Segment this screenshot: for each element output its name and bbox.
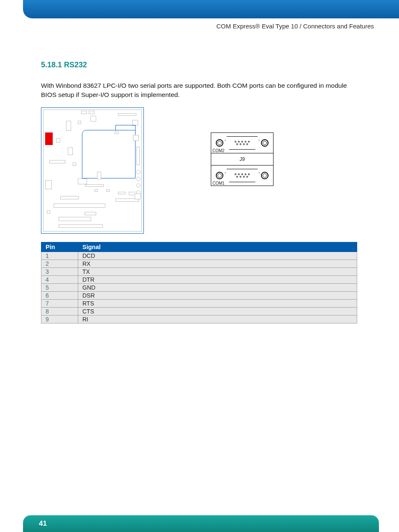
board-diagram: [41, 107, 144, 234]
connector-diagram: COM2 J9 COM1: [211, 132, 274, 186]
cell-signal: DCD: [78, 252, 357, 260]
diagram-row: COM2 J9 COM1: [41, 107, 357, 234]
cell-pin: 1: [41, 252, 78, 260]
cell-pin: 8: [41, 307, 78, 315]
header-breadcrumb: COM Express® Eval Type 10 / Connectors a…: [216, 23, 374, 30]
table-row: 4DTR: [41, 275, 357, 283]
header-bar: [23, 0, 399, 18]
db9-top: COM2: [211, 132, 274, 153]
cell-signal: RX: [78, 260, 357, 267]
header-pin: Pin: [41, 242, 78, 252]
db9-bottom: COM1: [211, 165, 274, 186]
cell-signal: CTS: [78, 307, 357, 315]
com1-label: COM1: [212, 181, 225, 186]
table-row: 2RX: [41, 260, 357, 267]
cpu-outline: [82, 130, 136, 178]
table-header-row: Pin Signal: [41, 242, 357, 252]
board-outline: [43, 109, 142, 232]
cell-pin: 3: [41, 267, 78, 275]
table-row: 1DCD: [41, 252, 357, 260]
footer-bar: 41: [23, 515, 379, 532]
cell-signal: GND: [78, 283, 357, 291]
cell-signal: TX: [78, 267, 357, 275]
section-body: With Winbond 83627 LPC-I/O two serial po…: [41, 81, 357, 100]
page-number: 41: [39, 519, 47, 528]
dshell-bottom: [225, 169, 259, 182]
cell-pin: 4: [41, 275, 78, 283]
cell-signal: DSR: [78, 291, 357, 299]
cell-signal: RI: [78, 315, 357, 323]
screw-icon: [261, 139, 269, 147]
table-row: 3TX: [41, 267, 357, 275]
pin-signal-table: Pin Signal 1DCD 2RX 3TX 4DTR 5GND 6DSR 7…: [41, 242, 357, 323]
header-signal: Signal: [78, 242, 357, 252]
table-row: 8CTS: [41, 307, 357, 315]
screw-icon: [216, 172, 223, 179]
cell-pin: 6: [41, 291, 78, 299]
highlighted-connector-location: [45, 132, 53, 145]
com2-label: COM2: [212, 148, 225, 153]
section-number: 5.18.1: [41, 61, 62, 69]
page-content: 5.18.1 RS232 With Winbond 83627 LPC-I/O …: [41, 61, 357, 323]
cell-signal: DTR: [78, 275, 357, 283]
cell-pin: 9: [41, 315, 78, 323]
screw-icon: [216, 139, 223, 147]
dshell-top: [225, 136, 259, 150]
cell-signal: RTS: [78, 299, 357, 307]
section-heading: 5.18.1 RS232: [41, 61, 357, 69]
section-title-text: RS232: [64, 61, 87, 69]
cell-pin: 5: [41, 283, 78, 291]
cell-pin: 2: [41, 260, 78, 267]
table-row: 5GND: [41, 283, 357, 291]
screw-icon: [261, 172, 269, 179]
cell-pin: 7: [41, 299, 78, 307]
connector-mid-label: J9: [211, 153, 274, 165]
table-row: 7RTS: [41, 299, 357, 307]
table-row: 9RI: [41, 315, 357, 323]
table-row: 6DSR: [41, 291, 357, 299]
